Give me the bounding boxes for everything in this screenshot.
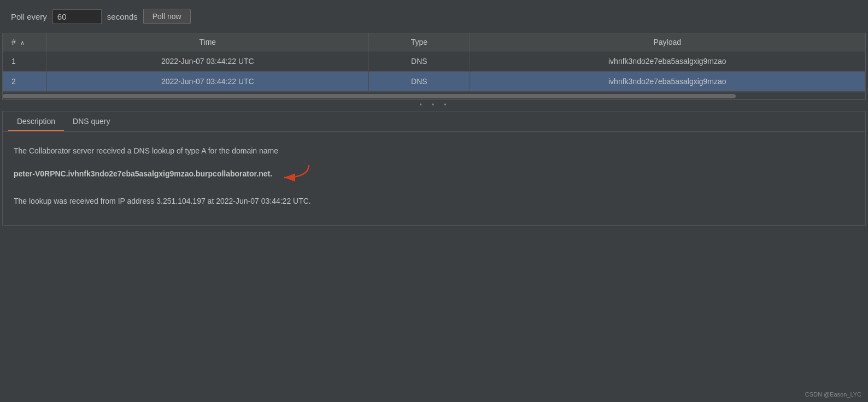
arrow-icon: [279, 162, 312, 186]
table-section: # ∧ Time Type Payload 1 2022-Jun-07 03:4…: [0, 33, 868, 100]
scrollbar-track: [3, 94, 865, 98]
interactions-table: # ∧ Time Type Payload 1 2022-Jun-07 03:4…: [3, 33, 865, 92]
sort-icon: ∧: [20, 39, 25, 46]
cell-time: 2022-Jun-07 03:44:22 UTC: [46, 72, 369, 92]
horizontal-scrollbar[interactable]: [3, 92, 865, 99]
cell-type: DNS: [369, 51, 470, 72]
table-row[interactable]: 2 2022-Jun-07 03:44:22 UTC DNS ivhnfk3nd…: [3, 72, 865, 92]
main-layout: # ∧ Time Type Payload 1 2022-Jun-07 03:4…: [0, 33, 868, 402]
description-domain-line: peter-V0RPNC.ivhnfk3ndo2e7eba5asalgxig9m…: [14, 162, 854, 186]
bottom-panel: Description DNS query The Collaborator s…: [2, 111, 866, 226]
divider-dots: • • •: [419, 102, 449, 109]
poll-interval-input[interactable]: [52, 9, 102, 24]
cell-num: 2: [3, 72, 46, 92]
col-header-num[interactable]: # ∧: [3, 33, 46, 51]
description-line2: The lookup was received from IP address …: [14, 195, 854, 208]
poll-seconds-label: seconds: [107, 12, 138, 21]
table-body: 1 2022-Jun-07 03:44:22 UTC DNS ivhnfk3nd…: [3, 51, 865, 92]
cell-type: DNS: [369, 72, 470, 92]
col-header-time[interactable]: Time: [46, 33, 369, 51]
poll-now-button[interactable]: Poll now: [143, 9, 191, 24]
cell-payload: ivhnfk3ndo2e7eba5asalgxig9mzao: [470, 72, 865, 92]
scrollbar-thumb[interactable]: [3, 94, 736, 98]
cell-payload: ivhnfk3ndo2e7eba5asalgxig9mzao: [470, 51, 865, 72]
table-header: # ∧ Time Type Payload: [3, 33, 865, 51]
bottom-section: Description DNS query The Collaborator s…: [0, 111, 868, 402]
top-bar: Poll every seconds Poll now: [0, 0, 868, 33]
tab-dns-query[interactable]: DNS query: [64, 111, 119, 131]
tabs-row: Description DNS query: [3, 111, 865, 132]
cell-num: 1: [3, 51, 46, 72]
table-container: # ∧ Time Type Payload 1 2022-Jun-07 03:4…: [2, 33, 866, 100]
col-header-type[interactable]: Type: [369, 33, 470, 51]
tab-content-description: The Collaborator server received a DNS l…: [3, 132, 865, 225]
description-line1: The Collaborator server received a DNS l…: [14, 145, 854, 158]
poll-label: Poll every: [11, 12, 47, 21]
col-header-payload[interactable]: Payload: [470, 33, 865, 51]
table-row[interactable]: 1 2022-Jun-07 03:44:22 UTC DNS ivhnfk3nd…: [3, 51, 865, 72]
cell-time: 2022-Jun-07 03:44:22 UTC: [46, 51, 369, 72]
domain-name: peter-V0RPNC.ivhnfk3ndo2e7eba5asalgxig9m…: [14, 169, 272, 178]
tab-description[interactable]: Description: [8, 111, 64, 131]
resize-handle[interactable]: • • •: [0, 100, 868, 111]
watermark: CSDN @Eason_LYC: [805, 391, 861, 398]
